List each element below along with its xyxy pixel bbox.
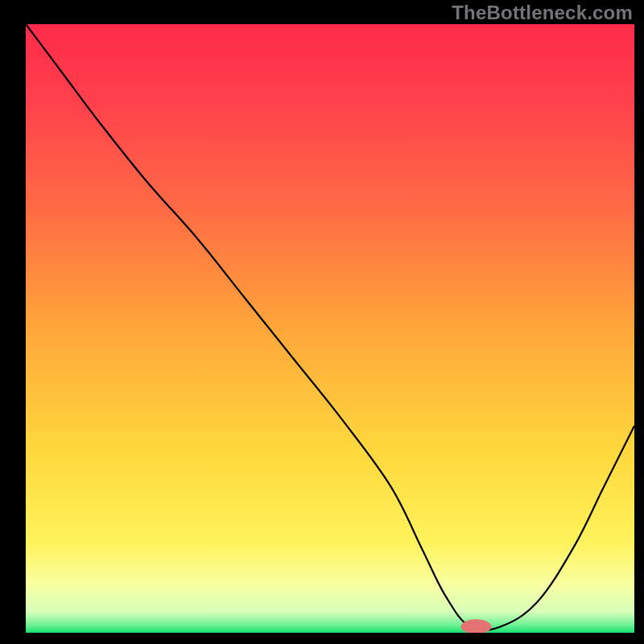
chart-stage: TheBottleneck.com — [0, 0, 644, 644]
watermark-text: TheBottleneck.com — [452, 2, 633, 24]
gradient-background — [26, 24, 634, 633]
chart-svg — [26, 24, 634, 633]
plot-area — [26, 24, 634, 633]
